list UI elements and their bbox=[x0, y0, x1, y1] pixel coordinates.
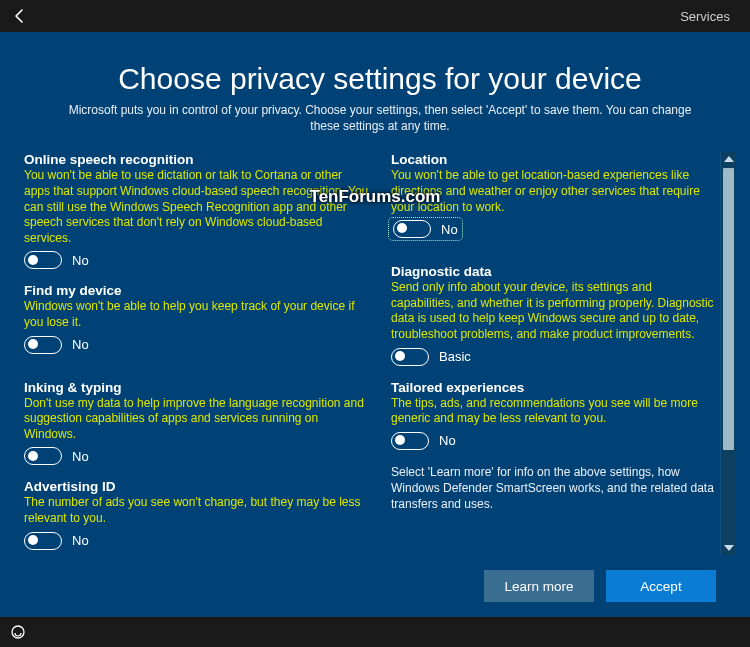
back-button[interactable] bbox=[10, 6, 30, 26]
toggle-tailored-experiences[interactable] bbox=[391, 432, 429, 450]
setting-title: Advertising ID bbox=[24, 479, 369, 494]
setting-desc: You won't be able to get location-based … bbox=[391, 168, 716, 215]
setting-diagnostic-data: Diagnostic data Send only info about you… bbox=[391, 264, 716, 365]
titlebar: Services bbox=[0, 0, 750, 32]
setting-online-speech: Online speech recognition You won't be a… bbox=[24, 152, 369, 269]
setting-desc: The number of ads you see won't change, … bbox=[24, 495, 369, 526]
setting-title: Find my device bbox=[24, 283, 369, 298]
content-pane: Choose privacy settings for your device … bbox=[0, 32, 750, 617]
setting-location: Location You won't be able to get locati… bbox=[391, 152, 716, 242]
scrollbar-thumb[interactable] bbox=[723, 168, 734, 450]
main-frame: Choose privacy settings for your device … bbox=[0, 32, 750, 617]
setting-desc: Don't use my data to help improve the la… bbox=[24, 396, 369, 443]
toggle-advertising-id[interactable] bbox=[24, 532, 62, 550]
setting-inking-typing: Inking & typing Don't use my data to hel… bbox=[24, 380, 369, 466]
toggle-value: No bbox=[72, 449, 89, 464]
toggle-value: No bbox=[72, 253, 89, 268]
scrollbar[interactable] bbox=[720, 152, 736, 555]
setting-desc: The tips, ads, and recommendations you s… bbox=[391, 396, 716, 427]
toggle-value: No bbox=[439, 433, 456, 448]
setting-advertising-id: Advertising ID The number of ads you see… bbox=[24, 479, 369, 549]
toggle-value: No bbox=[72, 337, 89, 352]
ease-of-access-icon[interactable] bbox=[10, 624, 26, 640]
setting-tailored-experiences: Tailored experiences The tips, ads, and … bbox=[391, 380, 716, 450]
toggle-find-my-device[interactable] bbox=[24, 336, 62, 354]
setting-desc: Windows won't be able to help you keep t… bbox=[24, 299, 369, 330]
right-column: Location You won't be able to get locati… bbox=[391, 152, 716, 555]
setting-desc: Send only info about your device, its se… bbox=[391, 280, 716, 342]
toggle-inking-typing[interactable] bbox=[24, 447, 62, 465]
services-tab[interactable]: Services bbox=[680, 9, 730, 24]
bottom-taskbar bbox=[0, 617, 750, 647]
setting-title: Location bbox=[391, 152, 716, 167]
setting-title: Online speech recognition bbox=[24, 152, 369, 167]
learn-more-button[interactable]: Learn more bbox=[484, 570, 594, 602]
toggle-location[interactable] bbox=[393, 220, 431, 238]
learn-more-note: Select 'Learn more' for info on the abov… bbox=[391, 464, 716, 513]
toggle-value: No bbox=[441, 222, 458, 237]
footer: Learn more Accept bbox=[24, 555, 736, 617]
toggle-value: No bbox=[72, 533, 89, 548]
setting-title: Inking & typing bbox=[24, 380, 369, 395]
page-title: Choose privacy settings for your device bbox=[24, 62, 736, 96]
toggle-online-speech[interactable] bbox=[24, 251, 62, 269]
page-subtitle: Microsoft puts you in control of your pr… bbox=[54, 102, 706, 134]
toggle-value: Basic bbox=[439, 349, 471, 364]
setting-title: Diagnostic data bbox=[391, 264, 716, 279]
setting-desc: You won't be able to use dictation or ta… bbox=[24, 168, 369, 246]
left-column: Online speech recognition You won't be a… bbox=[24, 152, 369, 555]
setting-find-my-device: Find my device Windows won't be able to … bbox=[24, 283, 369, 353]
accept-button[interactable]: Accept bbox=[606, 570, 716, 602]
setting-title: Tailored experiences bbox=[391, 380, 716, 395]
toggle-diagnostic-data[interactable] bbox=[391, 348, 429, 366]
